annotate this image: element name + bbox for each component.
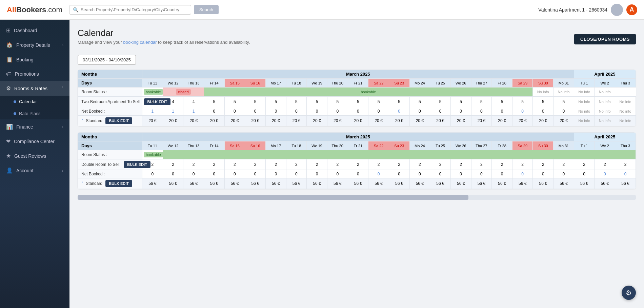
booking-link[interactable]: booking calendar [123,40,157,45]
header: AllBookers.com 🔍 Search Valentina Apartm… [0,0,644,20]
price-val: 20 € [389,116,409,126]
sell2-val: 2 [245,159,266,170]
booked2-val[interactable]: 0 [595,170,615,178]
day2-tu25: Tu 25 [430,141,451,150]
day-su23: Su 23 [389,79,409,88]
logo-bookers: Bookers [16,5,46,14]
booked-val: 0 [265,107,286,116]
svg-rect-0 [611,4,623,16]
price-noinfo: No info [595,116,615,126]
days-header-1: Days [78,79,142,88]
sidebar-item-rooms-rates[interactable]: ⚙ Rooms & Rates ˅ [0,81,69,96]
sell2-val: 2 [450,159,471,170]
sidebar-item-guest-reviews[interactable]: ★ Guest Reviews [0,149,69,163]
booked2-val[interactable]: 0 [615,170,636,178]
day2-thu13: Thu 13 [183,141,204,150]
date-range-button[interactable]: 03/11/2025 - 04/10/2025 [78,55,136,65]
sidebar-item-promotions[interactable]: 🏷 Promotions [0,67,69,81]
chevron-down-icon-2: ˅ [81,181,83,186]
booked2-val: 0 [307,170,327,178]
sell2-val: 2 [554,159,574,170]
price2-val: 56 € [389,178,409,189]
status-cell-2[interactable]: bookable [142,150,163,159]
account-icon: 👤 [6,167,13,174]
sell2-val: 2 [348,159,368,170]
status-cell[interactable]: bookable [142,88,163,97]
price2-val: 56 € [204,178,224,189]
sell2-val: 2 [163,159,183,170]
bulk-edit-button-1[interactable]: BULK EDIT [144,98,171,105]
sidebar-item-rate-plans[interactable]: Rate Plans [0,108,69,119]
avatar-letter[interactable]: A [626,4,637,15]
price2-val: 56 € [183,178,204,189]
compliance-icon: ❤ [6,138,11,145]
search-input[interactable] [81,7,187,12]
booked-val[interactable]: 0 [389,107,409,116]
booked-val[interactable]: 1 [183,107,204,116]
sell2-val: 2 [533,159,554,170]
booked-val: 0 [492,107,512,116]
sell2-val: 2 [307,159,327,170]
price-val: 20 € [368,116,389,126]
booked2-val[interactable]: 0 [512,170,533,178]
search-button[interactable]: Search [194,5,219,14]
booking-icon: 📋 [6,56,13,63]
sell-val: 5 [471,97,492,107]
sidebar-item-property-details[interactable]: 🏠 Property Details › [0,38,69,52]
day2-thu20: Thu 20 [327,141,348,150]
sidebar-item-calendar[interactable]: Calendar [0,96,69,108]
bulk-edit-button-2[interactable]: BULK EDIT [124,161,150,168]
booked-val: 0 [533,107,554,116]
rate-plans-label: Rate Plans [19,111,41,116]
sell2-val: 2 [512,159,533,170]
settings-fab-button[interactable]: ⚙ [622,286,636,300]
booked-val[interactable]: 1 [163,107,183,116]
sidebar-item-compliance[interactable]: ❤ Compliance Center [0,134,69,149]
sell-val: 5 [430,97,451,107]
sidebar-item-dashboard[interactable]: ⊞ Dashboard [0,23,69,38]
booked-noinfo: No info [595,107,615,116]
sell-noinfo: No info [595,97,615,107]
day2-we12: We 12 [163,141,183,150]
april-header-2: April 2025 [574,133,636,141]
booked-val[interactable]: 1 [142,107,163,116]
sell2-val: 2 [265,159,286,170]
sidebar-item-booking[interactable]: 📋 Booking [0,52,69,67]
day-tu18: Tu 18 [286,79,307,88]
no-info-4: No info [595,88,615,97]
day2-sa22: Sa 22 [368,141,389,150]
price2-val: 56 € [286,178,307,189]
status-bookable-cell[interactable]: bookable [204,88,533,97]
price-val: 20 € [204,116,224,126]
status-closed-cell[interactable]: closed [163,88,204,97]
dot-icon [14,100,16,103]
day2-thu3: Thu 3 [615,141,636,150]
march-header-1: March 2025 [142,70,574,79]
booked-val: 0 [409,107,430,116]
price-val: 20 € [183,116,204,126]
day2-we26: We 26 [450,141,471,150]
scroll-thumb[interactable] [78,195,468,200]
close-open-rooms-button[interactable]: CLOSE/OPEN ROOMS [574,34,636,44]
sidebar-item-label: Property Details [16,42,59,48]
horizontal-scrollbar[interactable] [78,195,636,200]
booked2-val: 0 [430,170,451,178]
to-sell-row-1: Two-Bedroom Apartment To Sell: BULK EDIT… [78,97,636,107]
sidebar-item-account[interactable]: 👤 Account › [0,163,69,178]
bulk-edit-standard-button-2[interactable]: BULK EDIT [105,180,132,187]
booked2-val: 0 [554,170,574,178]
status-green-full [163,150,636,159]
sell2-val: 2 [595,159,615,170]
day-fr21: Fr 21 [348,79,368,88]
booked2-val: 0 [450,170,471,178]
booked-val[interactable]: 0 [512,107,533,116]
sidebar-item-finance[interactable]: 📊 Finance › [0,119,69,134]
booked2-val[interactable]: 0 [368,170,389,178]
day2-we2: We 2 [595,141,615,150]
day-mo24: Mo 24 [409,79,430,88]
day2-su16: Su 16 [245,141,266,150]
booked-val: 0 [368,107,389,116]
logo-com: .com [46,5,62,14]
sell2-val: 2 [574,159,595,170]
bulk-edit-standard-button-1[interactable]: BULK EDIT [105,117,132,124]
